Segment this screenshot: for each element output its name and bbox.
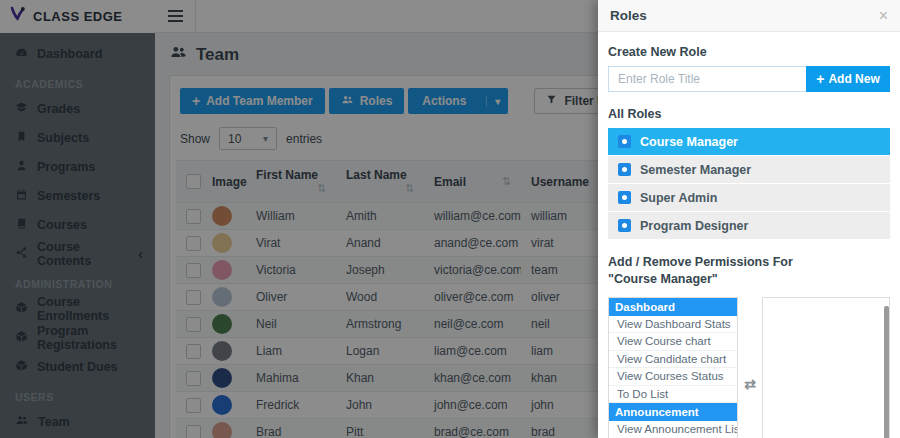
role-name: Course Manager <box>640 135 738 149</box>
permission-item[interactable]: To Do List <box>609 386 737 404</box>
roles-panel-header: Roles × <box>598 0 900 32</box>
scrollbar-thumb[interactable] <box>884 306 889 438</box>
role-name: Semester Manager <box>640 163 751 177</box>
roles-panel: Roles × Create New Role + Add New All Ro… <box>598 0 900 438</box>
add-new-label: Add New <box>828 72 879 86</box>
permission-item[interactable]: View Dashboard Stats <box>609 316 737 334</box>
permission-item[interactable]: View Courses Status <box>609 368 737 386</box>
role-name: Super Admin <box>640 191 717 205</box>
permission-item[interactable]: View Course chart <box>609 333 737 351</box>
role-icon <box>618 135 631 148</box>
permission-item[interactable]: View Announcement Listing <box>609 421 737 438</box>
plus-icon: + <box>816 71 824 87</box>
roles-list: Course Manager Semester Manager Super Ad… <box>608 128 890 239</box>
permissions-title: Add / Remove Permissions For "Course Man… <box>608 254 890 288</box>
all-roles-label: All Roles <box>608 107 890 121</box>
permission-item[interactable]: View Candidate chart <box>609 351 737 369</box>
permissions-dual-list: Dashboard View Dashboard Stats View Cour… <box>608 297 890 438</box>
role-title-input[interactable] <box>608 66 806 92</box>
assigned-permissions-list <box>762 297 890 438</box>
role-icon <box>618 191 631 204</box>
roles-panel-title: Roles <box>610 8 647 23</box>
exchange-arrows-icon: ⇄ <box>738 297 762 438</box>
role-item-program-designer[interactable]: Program Designer <box>608 212 890 239</box>
create-role-group: + Add New <box>608 66 890 92</box>
permission-group-header: Dashboard <box>609 298 737 316</box>
role-name: Program Designer <box>640 219 748 233</box>
role-item-super-admin[interactable]: Super Admin <box>608 184 890 211</box>
add-new-button[interactable]: + Add New <box>806 66 890 92</box>
permission-group-header: Announcement <box>609 403 737 421</box>
close-icon[interactable]: × <box>879 8 888 24</box>
role-icon <box>618 219 631 232</box>
role-icon <box>618 163 631 176</box>
roles-panel-body: Create New Role + Add New All Roles Cour… <box>598 32 900 438</box>
role-item-semester-manager[interactable]: Semester Manager <box>608 156 890 183</box>
create-new-role-label: Create New Role <box>608 45 890 59</box>
available-permissions-list: Dashboard View Dashboard Stats View Cour… <box>608 297 738 438</box>
role-item-course-manager[interactable]: Course Manager <box>608 128 890 155</box>
